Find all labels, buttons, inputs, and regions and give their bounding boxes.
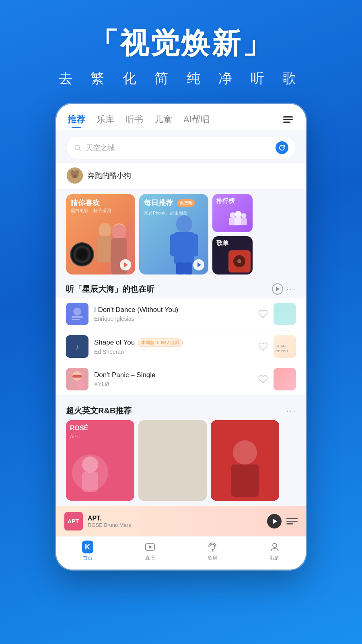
- np-play-triangle: [273, 518, 277, 524]
- home-label: 首页: [83, 555, 93, 561]
- card-daily[interactable]: 每日推荐 免费听 来首Phonk、赶走困意: [139, 194, 208, 275]
- card-guess[interactable]: 猜你喜欢 黑白电影 – 椅子乐团: [66, 194, 135, 275]
- svg-point-45: [82, 456, 98, 473]
- song-cover-2: ♪: [66, 335, 88, 358]
- svg-rect-46: [82, 472, 98, 492]
- svg-rect-15: [176, 262, 184, 275]
- svg-text:ROSÉ: ROSÉ: [70, 424, 88, 431]
- home-k-icon: K: [82, 541, 93, 553]
- svg-text:♪: ♪: [75, 343, 79, 351]
- heart-icon-1[interactable]: [258, 309, 268, 319]
- bottom-nav-live[interactable]: 直播: [119, 541, 181, 561]
- np-cover: APT: [64, 512, 83, 530]
- song-title-3: Don't Panic – Single: [94, 371, 253, 379]
- song-extra-cover-3: [274, 368, 296, 390]
- queue-line-1: [286, 518, 298, 519]
- svg-rect-21: [234, 217, 241, 225]
- np-play-button[interactable]: [267, 514, 282, 528]
- section2-title: 超火英文R&B推荐: [66, 405, 283, 416]
- profile-icon: [269, 541, 280, 553]
- phone-frame: 推荐 乐库 听书 儿童 AI帮唱 天空之城: [56, 104, 306, 570]
- song-item-3[interactable]: Don't Panic – Single XYLØ: [56, 363, 306, 396]
- song-item-1[interactable]: I Don't Dance (Without You) Enrique Igle…: [56, 298, 306, 330]
- svg-point-0: [75, 145, 80, 150]
- np-info: APT. ROSÉ Bruno Mars: [88, 515, 262, 528]
- svg-point-18: [235, 211, 242, 218]
- song-info-2: Shape of You 本周超100W人收藏 Ed Sheeran: [94, 339, 253, 355]
- song-extra-cover-2: SHAPE OF YOU: [274, 335, 296, 358]
- card-daily-label: 每日推荐: [144, 198, 173, 208]
- bottom-nav: K 首页 直播: [56, 536, 306, 570]
- search-icon: [74, 144, 82, 152]
- top-nav: 推荐 乐库 听书 儿童 AI帮唱: [56, 104, 306, 130]
- card-guess-label: 猜你喜欢: [71, 198, 100, 208]
- section-play-triangle: [276, 287, 280, 291]
- svg-rect-38: [72, 375, 82, 378]
- avatar-image: [67, 167, 83, 184]
- nav-item-children[interactable]: 儿童: [154, 114, 172, 126]
- bottom-nav-profile[interactable]: 我的: [243, 541, 306, 561]
- play-triangle-2: [197, 262, 201, 267]
- menu-line-2: [283, 119, 293, 120]
- play-button-1[interactable]: [120, 259, 131, 270]
- svg-point-19: [241, 213, 247, 218]
- svg-point-17: [230, 213, 236, 219]
- section-more-button[interactable]: ···: [286, 284, 296, 294]
- section1-title: 听「星辰大海」的也在听: [66, 284, 269, 295]
- search-bar[interactable]: 天空之城: [66, 136, 296, 159]
- section-play-button[interactable]: [272, 283, 283, 295]
- svg-rect-39: [77, 382, 84, 388]
- svg-point-5: [75, 170, 79, 174]
- home-icon: K: [82, 541, 93, 553]
- svg-point-25: [237, 259, 241, 263]
- mini-card-2[interactable]: [138, 420, 207, 501]
- song-artist-1: Enrique Iglesias: [94, 316, 253, 322]
- svg-point-6: [73, 175, 76, 178]
- song-info-1: I Don't Dance (Without You) Enrique Igle…: [94, 306, 253, 322]
- svg-rect-20: [229, 218, 235, 225]
- card-chart-label: 排行榜: [216, 197, 234, 205]
- card-grid: 猜你喜欢 黑白电影 – 椅子乐团: [56, 189, 306, 279]
- search-input[interactable]: 天空之城: [86, 143, 272, 153]
- nav-item-ai[interactable]: AI帮唱: [183, 114, 210, 126]
- song-cover-1: [66, 303, 88, 325]
- username: 奔跑的酷小狗: [88, 171, 131, 180]
- karaoke-label: 歌房: [208, 555, 217, 561]
- menu-line-3: [283, 122, 290, 123]
- svg-marker-54: [149, 545, 152, 549]
- heart-icon-2[interactable]: [258, 342, 268, 351]
- play-button-2[interactable]: [193, 259, 204, 270]
- svg-rect-16: [184, 262, 192, 275]
- svg-text:APT: APT: [68, 518, 79, 524]
- bottom-nav-home[interactable]: K 首页: [56, 541, 119, 561]
- avatar[interactable]: [67, 167, 83, 184]
- section2-more-button[interactable]: ···: [286, 406, 296, 416]
- hero-section: 「视觉焕新」 去 繁 化 简 纯 净 听 歌: [0, 0, 362, 104]
- heart-icon-3[interactable]: [258, 374, 268, 384]
- mini-card-3[interactable]: [211, 420, 279, 501]
- nav-item-recommend[interactable]: 推荐: [68, 114, 85, 126]
- now-playing-bar: APT APT. ROSÉ Bruno Mars: [56, 506, 306, 536]
- nav-item-audiobook[interactable]: 听书: [125, 114, 143, 126]
- play-triangle-1: [124, 262, 128, 267]
- svg-rect-30: [274, 303, 296, 325]
- queue-line-2: [286, 521, 298, 522]
- np-queue-button[interactable]: [286, 516, 298, 527]
- card-chart[interactable]: 排行榜: [212, 194, 253, 232]
- song-artist-3: XYLØ: [94, 381, 253, 387]
- card-guess-sublabel: 黑白电影 – 椅子乐团: [71, 208, 111, 214]
- mini-card-1[interactable]: ROSÉ APT.: [66, 420, 134, 501]
- card-playlist[interactable]: 歌单: [212, 236, 253, 275]
- free-badge: 免费听: [177, 199, 195, 207]
- card-playlist-label: 歌单: [216, 239, 228, 247]
- song-item-2[interactable]: ♪ Shape of You 本周超100W人收藏 Ed Sheeran: [56, 330, 306, 363]
- song-title-2: Shape of You 本周超100W人收藏: [94, 339, 253, 347]
- bottom-nav-karaoke[interactable]: 歌房: [181, 541, 243, 561]
- card-small-stack: 排行榜 歌单: [212, 194, 253, 275]
- refresh-icon[interactable]: [276, 141, 288, 154]
- svg-text:APT.: APT.: [70, 434, 80, 440]
- song-list: I Don't Dance (Without You) Enrique Igle…: [56, 298, 306, 396]
- song-title-1: I Don't Dance (Without You): [94, 306, 253, 314]
- nav-item-library[interactable]: 乐库: [97, 114, 114, 126]
- menu-icon[interactable]: [282, 115, 294, 124]
